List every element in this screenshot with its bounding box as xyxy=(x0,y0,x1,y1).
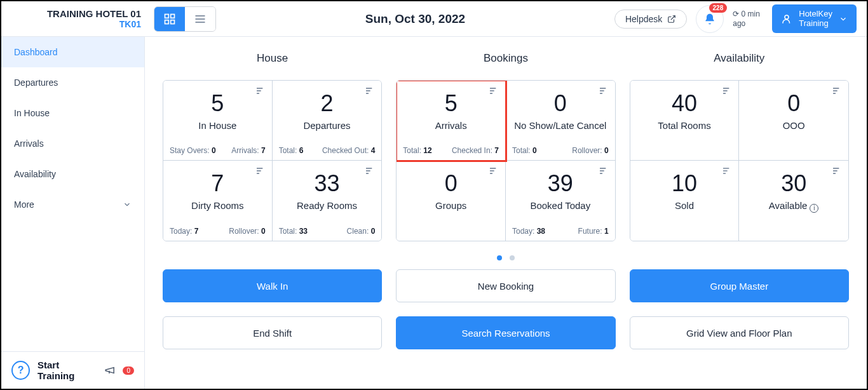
megaphone-icon xyxy=(104,365,115,376)
card-value: 5 xyxy=(170,92,266,115)
button-row: Walk InNew BookingGroup Master xyxy=(163,269,849,302)
refresh-icon: ⟳ xyxy=(733,10,739,18)
sidebar-item-departures[interactable]: Departures xyxy=(1,67,144,98)
card-grid: 40Total Rooms0OOO10Sold30Availablei xyxy=(630,80,849,241)
main-content: House5In HouseStay Overs: 0Arrivals: 72D… xyxy=(145,37,867,389)
sort-icon xyxy=(255,166,266,176)
card-footer: Total: 33Clean: 0 xyxy=(279,227,376,236)
card-dirty-rooms[interactable]: 7Dirty RoomsToday: 7Rollover: 0 xyxy=(163,161,273,241)
section-title: House xyxy=(163,52,382,65)
sort-icon xyxy=(365,86,375,96)
user-icon xyxy=(781,13,792,25)
sidebar-item-label: Dashboard xyxy=(14,47,58,57)
helpdesk-button[interactable]: Helpdesk xyxy=(614,10,687,29)
help-icon[interactable]: ? xyxy=(11,361,30,380)
sidebar-item-label: Availability xyxy=(14,169,56,179)
card-label: Sold xyxy=(637,200,733,211)
card-label: Ready Rooms xyxy=(279,200,376,211)
carousel-dot[interactable] xyxy=(497,255,502,260)
card-in-house[interactable]: 5In HouseStay Overs: 0Arrivals: 7 xyxy=(163,81,273,161)
card-value: 5 xyxy=(403,92,499,115)
sidebar-footer: ? Start Training 0 xyxy=(1,351,144,389)
section-title: Bookings xyxy=(396,52,615,65)
external-link-icon xyxy=(667,15,676,24)
card-label: Booked Today xyxy=(512,200,609,211)
user-menu[interactable]: HotelKey Training xyxy=(772,4,857,33)
training-badge: 0 xyxy=(123,366,134,375)
grid-view-and-floor-plan-button[interactable]: Grid View and Floor Plan xyxy=(630,316,849,349)
list-icon xyxy=(194,13,207,25)
topbar-right: Helpdesk 228 ⟳ 0 min ago HotelKey Traini… xyxy=(614,4,857,33)
card-ooo[interactable]: 0OOO xyxy=(739,81,848,161)
card-sold[interactable]: 10Sold xyxy=(630,161,740,241)
nav-list: DashboardDeparturesIn HouseArrivalsAvail… xyxy=(1,37,144,351)
sidebar: DashboardDeparturesIn HouseArrivalsAvail… xyxy=(1,37,145,389)
search-reservations-button[interactable]: Search Reservations xyxy=(396,316,615,349)
walk-in-button[interactable]: Walk In xyxy=(163,269,382,302)
card-grid: 5ArrivalsTotal: 12Checked In: 70No Show/… xyxy=(396,80,615,241)
helpdesk-label: Helpdesk xyxy=(625,14,662,24)
sidebar-item-more[interactable]: More xyxy=(1,189,144,220)
card-footer: Total: 6Checked Out: 4 xyxy=(279,146,376,155)
card-value: 40 xyxy=(637,92,733,115)
card-value: 10 xyxy=(637,172,733,195)
svg-rect-3 xyxy=(171,20,175,24)
card-groups[interactable]: 0Groups xyxy=(397,161,506,241)
sort-icon xyxy=(832,166,842,176)
notification-badge: 228 xyxy=(709,3,728,13)
current-date: Sun, Oct 30, 2022 xyxy=(216,12,614,26)
svg-rect-2 xyxy=(165,20,169,24)
group-master-button[interactable]: Group Master xyxy=(630,269,849,302)
card-booked-today[interactable]: 39Booked TodayToday: 38Future: 1 xyxy=(506,161,615,241)
card-value: 39 xyxy=(512,172,609,195)
grid-icon xyxy=(163,13,176,25)
section-title: Availability xyxy=(630,52,849,65)
section-availability: Availability40Total Rooms0OOO10Sold30Ava… xyxy=(630,52,849,241)
sync-status: ⟳ 0 min ago xyxy=(733,10,763,28)
card-value: 30 xyxy=(745,172,842,195)
grid-view-toggle[interactable] xyxy=(154,7,185,31)
card-value: 33 xyxy=(279,172,376,195)
sort-icon xyxy=(489,166,499,176)
bell-icon xyxy=(703,13,716,25)
user-name: HotelKey Training xyxy=(799,10,832,28)
card-arrivals[interactable]: 5ArrivalsTotal: 12Checked In: 7 xyxy=(397,81,506,161)
end-shift-button[interactable]: End Shift xyxy=(163,316,382,349)
sort-icon xyxy=(489,86,499,96)
sidebar-item-arrivals[interactable]: Arrivals xyxy=(1,128,144,159)
notifications-button[interactable]: 228 xyxy=(696,5,724,33)
topbar: TRAINING HOTEL 01 TK01 Sun, Oct 30, 2022… xyxy=(1,1,867,37)
card-departures[interactable]: 2DeparturesTotal: 6Checked Out: 4 xyxy=(273,81,382,161)
button-row: End ShiftSearch ReservationsGrid View an… xyxy=(163,316,849,349)
card-footer: Stay Overs: 0Arrivals: 7 xyxy=(170,146,266,155)
sidebar-item-label: Departures xyxy=(14,77,58,88)
card-no-show-late-cancel[interactable]: 0No Show/Late CancelTotal: 0Rollover: 0 xyxy=(506,81,615,161)
sort-icon xyxy=(599,166,609,176)
card-footer: Today: 7Rollover: 0 xyxy=(170,227,266,236)
section-bookings: Bookings5ArrivalsTotal: 12Checked In: 70… xyxy=(396,52,615,241)
start-training-button[interactable]: Start Training xyxy=(37,360,97,381)
card-label: Departures xyxy=(279,120,376,131)
sidebar-item-dashboard[interactable]: Dashboard xyxy=(1,37,144,67)
hotel-info: TRAINING HOTEL 01 TK01 xyxy=(11,8,154,29)
card-ready-rooms[interactable]: 33Ready RoomsTotal: 33Clean: 0 xyxy=(273,161,382,241)
new-booking-button[interactable]: New Booking xyxy=(396,269,615,302)
card-value: 0 xyxy=(403,172,499,195)
card-label: No Show/Late Cancel xyxy=(512,120,609,131)
card-label: Groups xyxy=(403,200,499,211)
card-available[interactable]: 30Availablei xyxy=(739,161,848,241)
section-house: House5In HouseStay Overs: 0Arrivals: 72D… xyxy=(163,52,382,241)
list-view-toggle[interactable] xyxy=(185,7,215,31)
sidebar-item-in-house[interactable]: In House xyxy=(1,98,144,128)
sort-icon xyxy=(255,86,266,96)
card-total-rooms[interactable]: 40Total Rooms xyxy=(630,81,740,161)
sort-icon xyxy=(599,86,609,96)
carousel-dot[interactable] xyxy=(510,255,515,260)
card-footer: Today: 38Future: 1 xyxy=(512,227,609,236)
svg-point-8 xyxy=(785,15,789,19)
sidebar-item-availability[interactable]: Availability xyxy=(1,159,144,189)
card-value: 2 xyxy=(279,92,376,115)
svg-line-7 xyxy=(671,15,675,19)
sidebar-item-label: Arrivals xyxy=(14,138,44,149)
sort-icon xyxy=(722,166,732,176)
